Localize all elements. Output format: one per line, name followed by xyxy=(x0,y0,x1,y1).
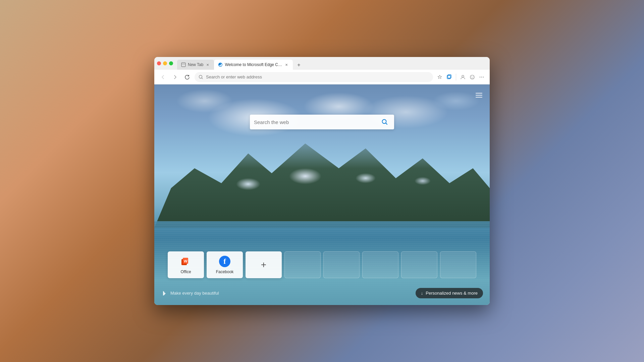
bottom-bar: Make every day beautiful ↓ Personalized … xyxy=(154,288,490,298)
tab-new-tab-close[interactable]: ✕ xyxy=(205,62,210,67)
tab-edge-welcome-label: Welcome to Microsoft Edge C… xyxy=(225,62,282,67)
tab-new-tab-label: New Tab xyxy=(188,62,203,67)
title-bar: New Tab ✕ Welcome to Microsoft Edge C… ✕… xyxy=(154,57,490,70)
collections-icon[interactable] xyxy=(445,73,453,81)
svg-text:W: W xyxy=(184,259,187,263)
browser-content: W Office f Facebook + xyxy=(154,84,490,305)
office-icon: W xyxy=(180,255,192,267)
favorites-icon[interactable] xyxy=(436,73,444,81)
address-input[interactable] xyxy=(206,74,429,79)
office-label: Office xyxy=(180,269,191,274)
quick-link-empty-1[interactable] xyxy=(284,251,321,278)
edge-favicon xyxy=(218,62,223,67)
settings-more-icon[interactable] xyxy=(478,73,486,81)
maximize-button[interactable] xyxy=(169,61,173,65)
toolbar-divider xyxy=(456,74,456,80)
quick-link-empty-4[interactable] xyxy=(401,251,437,278)
facebook-label: Facebook xyxy=(216,269,234,274)
svg-point-10 xyxy=(473,76,474,77)
svg-point-12 xyxy=(481,76,482,77)
quick-link-empty-5[interactable] xyxy=(440,251,476,278)
svg-point-13 xyxy=(483,76,484,77)
hamburger-line-3 xyxy=(476,97,482,98)
news-btn-arrow-icon: ↓ xyxy=(421,291,423,296)
mountain-layer xyxy=(154,129,490,228)
bing-branding: Make every day beautiful xyxy=(161,290,219,297)
news-button[interactable]: ↓ Personalized news & more xyxy=(416,288,483,298)
emoji-icon[interactable] xyxy=(468,73,476,81)
quick-link-empty-2[interactable] xyxy=(323,251,360,278)
quick-link-add[interactable]: + xyxy=(246,251,282,278)
add-icon: + xyxy=(258,259,270,271)
hamburger-line-1 xyxy=(476,93,482,94)
traffic-lights xyxy=(157,61,173,65)
address-actions xyxy=(436,73,486,81)
quick-links-area: W Office f Facebook + xyxy=(168,251,476,278)
close-button[interactable] xyxy=(157,61,161,65)
svg-point-8 xyxy=(470,75,474,79)
refresh-button[interactable] xyxy=(182,72,192,82)
svg-point-9 xyxy=(471,76,472,77)
svg-line-15 xyxy=(386,123,387,124)
minimize-button[interactable] xyxy=(163,61,167,65)
address-input-area[interactable] xyxy=(195,72,433,82)
search-container xyxy=(250,115,394,129)
news-btn-label: Personalized news & more xyxy=(426,291,478,296)
svg-line-4 xyxy=(202,78,203,79)
address-bar xyxy=(154,70,490,84)
tab-edge-welcome[interactable]: Welcome to Microsoft Edge C… ✕ xyxy=(214,60,293,70)
new-tab-favicon xyxy=(181,62,186,67)
browser-window: New Tab ✕ Welcome to Microsoft Edge C… ✕… xyxy=(154,57,490,305)
svg-rect-0 xyxy=(181,63,185,67)
tab-edge-welcome-close[interactable]: ✕ xyxy=(284,62,289,67)
search-box xyxy=(250,115,394,129)
profile-icon[interactable] xyxy=(459,73,467,81)
facebook-logo: f xyxy=(219,256,230,267)
plus-icon: + xyxy=(261,260,266,269)
snow-caps xyxy=(154,168,490,208)
facebook-icon: f xyxy=(219,255,231,267)
bing-logo-icon xyxy=(161,290,168,297)
new-tab-button[interactable]: + xyxy=(294,60,304,70)
back-button[interactable] xyxy=(158,72,168,82)
hamburger-menu-button[interactable] xyxy=(474,90,484,101)
tab-new-tab[interactable]: New Tab ✕ xyxy=(177,60,214,70)
quick-link-office[interactable]: W Office xyxy=(168,251,204,278)
search-magnifier-icon xyxy=(381,119,388,125)
web-search-input[interactable] xyxy=(254,119,377,125)
svg-point-11 xyxy=(480,76,480,77)
quick-link-empty-3[interactable] xyxy=(362,251,398,278)
tabs-area: New Tab ✕ Welcome to Microsoft Edge C… ✕… xyxy=(177,57,487,70)
quick-link-facebook[interactable]: f Facebook xyxy=(207,251,243,278)
bing-tagline: Make every day beautiful xyxy=(170,291,219,296)
search-icon xyxy=(199,75,203,79)
svg-point-7 xyxy=(462,75,464,77)
forward-button[interactable] xyxy=(170,72,180,82)
web-search-button[interactable] xyxy=(379,117,390,127)
hamburger-line-2 xyxy=(476,95,482,96)
